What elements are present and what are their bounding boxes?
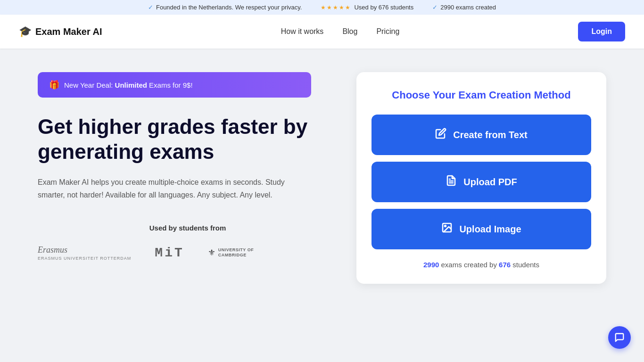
check-icon-privacy: ✓ — [148, 4, 153, 11]
promo-banner[interactable]: 🎁 New Year Deal: Unlimited Exams for 9$! — [38, 72, 311, 98]
mit-logo: MiT — [155, 246, 184, 260]
promo-text-1: New Year Deal: — [64, 81, 115, 89]
banner-item-privacy: ✓ Founded in the Netherlands. We respect… — [148, 4, 302, 11]
banner-text-exams: 2990 exams created — [440, 4, 496, 11]
main-content: 🎁 New Year Deal: Unlimited Exams for 9$!… — [0, 49, 644, 307]
svg-point-3 — [445, 225, 446, 227]
top-banner: ✓ Founded in the Netherlands. We respect… — [0, 0, 644, 15]
stars-icon: ★★★★★ — [321, 4, 351, 11]
logo-text: Exam Maker AI — [35, 26, 102, 37]
stats-row: 2990 exams created by 676 students — [372, 261, 591, 269]
hero-title: Get higher grades faster by generating e… — [38, 115, 338, 165]
nav-blog[interactable]: Blog — [342, 27, 357, 36]
stats-middle-text: exams created by — [441, 261, 499, 269]
logo[interactable]: 🎓 Exam Maker AI — [19, 25, 102, 38]
upload-pdf-button[interactable]: Upload PDF — [372, 162, 591, 202]
upload-image-label: Upload Image — [459, 224, 521, 235]
login-button[interactable]: Login — [578, 22, 625, 41]
erasmus-logo: Erasmus ERASMUS UNIVERSITEIT ROTTERDAM — [38, 245, 131, 261]
nav-pricing[interactable]: Pricing — [376, 27, 399, 36]
cambridge-crest-icon: ⚜ — [208, 247, 215, 258]
gift-icon: 🎁 — [49, 80, 59, 90]
panel-title: Choose Your Exam Creation Method — [372, 89, 591, 101]
nav-how-it-works[interactable]: How it works — [281, 27, 324, 36]
promo-text-2: Exams for 9$! — [147, 81, 193, 89]
cambridge-logo: ⚜ UNIVERSITY OF CAMBRIDGE — [208, 247, 254, 258]
pdf-icon — [446, 175, 457, 189]
nav-links: How it works Blog Pricing — [281, 27, 400, 36]
banner-text-privacy: Founded in the Netherlands. We respect y… — [156, 4, 302, 11]
creation-panel: Choose Your Exam Creation Method Create … — [356, 72, 606, 284]
banner-item-students: ★★★★★ Used by 676 students — [321, 4, 413, 11]
promo-text: New Year Deal: Unlimited Exams for 9$! — [64, 81, 193, 89]
check-icon-exams: ✓ — [432, 4, 438, 11]
chat-bubble-button[interactable] — [608, 326, 631, 349]
stats-suffix-text: students — [512, 261, 539, 269]
banner-item-exams: ✓ 2990 exams created — [432, 4, 496, 11]
used-by-label: Used by students from — [38, 224, 338, 232]
stats-students-count: 676 — [499, 261, 511, 269]
create-from-text-button[interactable]: Create from Text — [372, 115, 591, 155]
university-logos: Erasmus ERASMUS UNIVERSITEIT ROTTERDAM M… — [38, 245, 338, 261]
create-from-text-label: Create from Text — [453, 130, 527, 140]
upload-image-button[interactable]: Upload Image — [372, 209, 591, 249]
hero-description: Exam Maker AI helps you create multiple-… — [38, 176, 302, 201]
promo-bold-text: Unlimited — [115, 81, 147, 89]
banner-text-students: Used by 676 students — [354, 4, 413, 11]
left-panel: 🎁 New Year Deal: Unlimited Exams for 9$!… — [38, 72, 338, 261]
edit-icon — [435, 128, 446, 142]
stats-exams-count: 2990 — [423, 261, 439, 269]
upload-pdf-label: Upload PDF — [463, 177, 517, 188]
image-icon — [441, 222, 453, 236]
navbar: 🎓 Exam Maker AI How it works Blog Pricin… — [0, 15, 644, 49]
logo-graduation-icon: 🎓 — [19, 25, 32, 38]
